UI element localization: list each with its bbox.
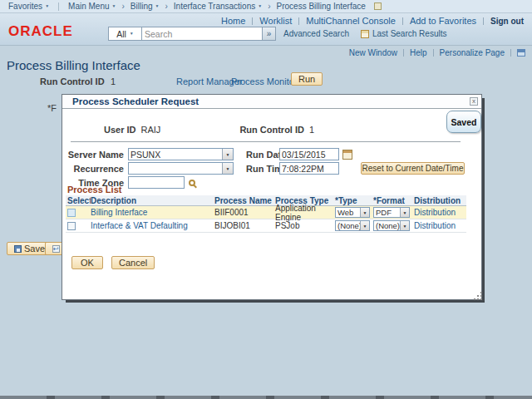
format-value: (None) (374, 221, 400, 230)
table-row-description: Billing Interface (91, 206, 214, 219)
recurrence-select[interactable]: ▼ (128, 162, 234, 175)
run-button[interactable]: Run (291, 72, 323, 86)
process-list-grid: Select Description Process Name Process … (66, 195, 466, 233)
screen: Favorites ▼ Main Menu ▼ › Billing ▼ › In… (0, 0, 532, 399)
divider (298, 17, 299, 25)
search-input[interactable] (141, 27, 263, 41)
process-list-title: Process List (67, 185, 121, 195)
col-header-process-name: Process Name (214, 195, 275, 206)
search-go-button[interactable]: » (263, 27, 276, 41)
process-scheduler-request-dialog: Process Scheduler Request x Saved User I… (62, 94, 482, 300)
save-disk-icon (14, 245, 22, 253)
banner: Home Worklist MultiChannel Console Add t… (0, 13, 532, 46)
chevron-down-icon: ▼ (112, 4, 116, 8)
breadcrumb-separator: › (268, 2, 270, 11)
breadcrumb: Favorites ▼ Main Menu ▼ › Billing ▼ › In… (0, 0, 532, 13)
resize-grip-icon[interactable] (477, 295, 479, 297)
divider (252, 17, 253, 25)
breadcrumb-separator: › (165, 2, 167, 11)
reset-date-time-button[interactable]: Reset to Current Date/Time (361, 162, 465, 175)
multichannel-console-link[interactable]: MultiChannel Console (306, 16, 396, 26)
breadcrumb-label: Billing (131, 2, 153, 11)
chevron-down-icon: ▼ (45, 4, 49, 8)
format-select[interactable]: (None) ▼ (373, 220, 410, 231)
breadcrumb-item-billing[interactable]: Billing ▼ (131, 2, 160, 11)
recurrence-label: Recurrence (66, 164, 124, 174)
chevron-down-icon: ▼ (258, 4, 262, 8)
page-title: Process Billing Interface (7, 58, 140, 72)
add-to-favorites-link[interactable]: Add to Favorites (410, 16, 476, 26)
table-row-select (66, 219, 91, 233)
chevron-down-icon[interactable]: ▼ (222, 149, 233, 160)
search-scope-dropdown[interactable]: All ▼ (108, 27, 141, 41)
col-header-format: *Format (373, 195, 414, 206)
breadcrumb-item-interface-transactions[interactable]: Interface Transactions ▼ (174, 2, 262, 11)
table-row-distribution: Distribution (414, 206, 466, 219)
process-description-link[interactable]: Interface & VAT Defaulting (91, 221, 188, 230)
dialog-title: Process Scheduler Request (72, 96, 199, 106)
dialog-actions: OK Cancel (71, 256, 155, 269)
run-time-input[interactable] (279, 162, 339, 175)
run-date-input[interactable] (279, 148, 339, 160)
chevron-down-icon[interactable]: ▼ (360, 221, 369, 230)
chevron-down-icon[interactable]: ▼ (400, 221, 409, 230)
divider (510, 49, 511, 57)
process-description-link[interactable]: Billing Interface (91, 208, 147, 217)
type-value: (None) (336, 221, 360, 230)
occluded-field-label: *F (47, 103, 57, 113)
table-row-process-type: PSJob (275, 219, 335, 233)
chevron-down-icon[interactable]: ▼ (222, 163, 233, 174)
lookup-search-icon[interactable] (189, 180, 195, 186)
new-window-link[interactable]: New Window (349, 48, 397, 57)
close-icon[interactable]: x (470, 97, 478, 106)
table-row-distribution: Distribution (414, 219, 466, 233)
col-header-type: *Type (335, 195, 373, 206)
dialog-run-control-id-value: 1 (309, 125, 314, 135)
main-menu[interactable]: Main Menu ▼ (68, 2, 116, 11)
breadcrumb-label: Process Billing Interface (277, 2, 366, 11)
divider (402, 17, 403, 25)
personalize-page-link[interactable]: Personalize Page (440, 48, 505, 57)
type-select[interactable]: (None) ▼ (335, 220, 370, 231)
time-zone-input[interactable] (128, 176, 185, 189)
divider (403, 49, 404, 57)
table-row-process-type: Application Engine (275, 206, 335, 219)
last-search-results-label: Last Search Results (372, 29, 447, 38)
oracle-logo: ORACLE (8, 23, 73, 40)
run-control-id-label: Run Control ID (40, 76, 105, 86)
form-row-server: Server Name PSUNX ▼ Run Date (62, 148, 481, 160)
header-links: Home Worklist MultiChannel Console Add t… (221, 16, 524, 26)
row-checkbox[interactable] (67, 209, 76, 217)
table-row-process-name: BIJOBI01 (214, 219, 275, 233)
divider (483, 17, 484, 25)
chevron-down-icon[interactable]: ▼ (360, 208, 369, 217)
type-select[interactable]: Web ▼ (335, 207, 370, 218)
server-name-select[interactable]: PSUNX ▼ (128, 148, 234, 160)
user-id-value: RAIJ (141, 125, 161, 135)
dialog-title-bar: Process Scheduler Request x (62, 95, 481, 109)
advanced-search-link[interactable]: Advanced Search (283, 29, 349, 38)
table-row-type: (None) ▼ (335, 219, 373, 233)
row-checkbox[interactable] (67, 222, 76, 230)
sign-out-link[interactable]: Sign out (490, 17, 524, 26)
table-row-description: Interface & VAT Defaulting (91, 219, 214, 233)
chevron-down-icon[interactable]: ▼ (400, 208, 409, 217)
help-link[interactable]: Help (410, 48, 427, 57)
notification-page-icon[interactable] (374, 2, 382, 10)
home-link[interactable]: Home (221, 16, 245, 26)
ok-button[interactable]: OK (71, 256, 103, 269)
breadcrumb-item-process-billing-interface[interactable]: Process Billing Interface (277, 2, 366, 11)
worklist-link[interactable]: Worklist (259, 16, 292, 26)
favorites-menu[interactable]: Favorites ▼ (8, 2, 49, 11)
dialog-run-control-id-label: Run Control ID (239, 125, 304, 135)
last-search-results[interactable]: Last Search Results (361, 29, 447, 38)
cancel-button[interactable]: Cancel (111, 256, 155, 269)
distribution-link[interactable]: Distribution (414, 208, 456, 217)
format-select[interactable]: PDF ▼ (373, 207, 410, 218)
table-row-type: Web ▼ (335, 206, 373, 219)
process-monitor-link[interactable]: Process Monitor (231, 76, 297, 86)
last-search-results-icon (361, 30, 369, 38)
copy-url-icon[interactable] (517, 49, 525, 57)
distribution-link[interactable]: Distribution (414, 221, 456, 230)
calendar-icon[interactable] (342, 150, 352, 160)
